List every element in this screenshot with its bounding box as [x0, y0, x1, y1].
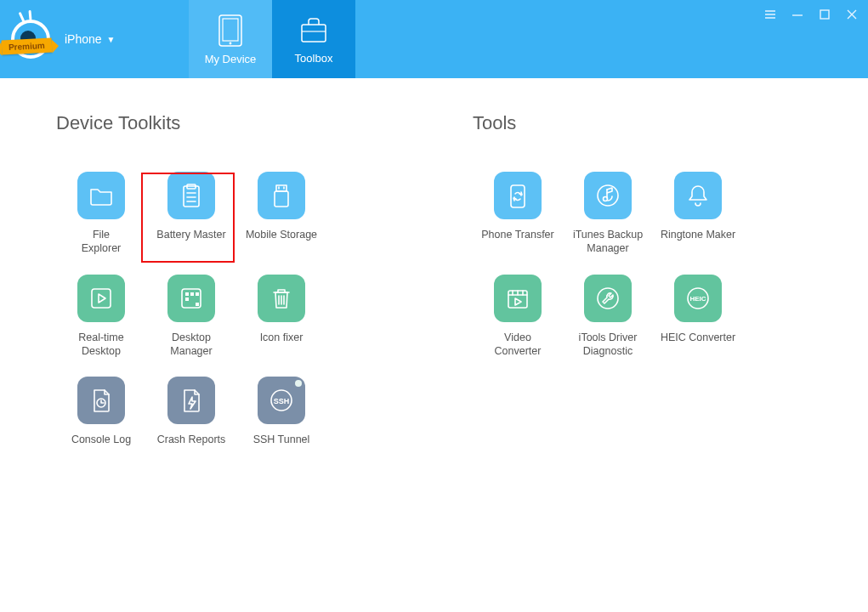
- toolkit-item-icon-fixer[interactable]: Icon fixer: [236, 275, 326, 359]
- svg-rect-21: [185, 298, 189, 301]
- tab-label: Toolbox: [295, 52, 333, 65]
- toolkit-item-video-converter[interactable]: Video Converter: [473, 275, 563, 359]
- item-label: Real-time Desktop: [78, 331, 124, 359]
- device-selector[interactable]: iPhone ▼: [65, 32, 116, 46]
- doc-clock-icon: [77, 377, 125, 424]
- chevron-down-icon: ▼: [107, 35, 116, 44]
- svg-rect-19: [185, 292, 189, 296]
- item-label: Crash Reports: [157, 433, 226, 460]
- maximize-button[interactable]: [815, 5, 834, 24]
- item-label: Phone Transfer: [481, 228, 553, 255]
- toolkit-item-desktop-manager[interactable]: Desktop Manager: [146, 275, 236, 359]
- trash-icon: [258, 275, 305, 322]
- item-label: Console Log: [71, 433, 131, 460]
- doc-bolt-icon: [167, 377, 215, 424]
- maximize-icon: [819, 8, 831, 20]
- svg-rect-3: [302, 25, 326, 42]
- music-sync-icon: [584, 172, 632, 219]
- svg-text:SSH: SSH: [274, 397, 290, 405]
- content-area: Device Toolkits File ExplorerBattery Mas…: [0, 78, 868, 460]
- toolkit-item-real-time-desktop[interactable]: Real-time Desktop: [56, 275, 146, 359]
- device-label: iPhone: [65, 32, 102, 46]
- brand-area: Premium iPhone ▼: [0, 0, 189, 78]
- svg-rect-12: [276, 185, 286, 191]
- toolbox-icon: [297, 14, 331, 47]
- svg-marker-17: [99, 294, 105, 303]
- grid-icon: [167, 275, 215, 322]
- menu-icon: [764, 8, 776, 20]
- svg-rect-16: [92, 289, 111, 308]
- tab-my-device[interactable]: My Device: [189, 0, 272, 78]
- section-device-toolkits: Device Toolkits File ExplorerBattery Mas…: [56, 112, 326, 460]
- item-label: Desktop Manager: [170, 331, 212, 359]
- toolkit-item-battery-master[interactable]: Battery Master: [146, 172, 236, 256]
- close-icon: [846, 8, 858, 20]
- item-label: Ringtone Maker: [661, 228, 735, 255]
- grid-spacer: [743, 172, 833, 256]
- wrench-icon: [584, 275, 632, 322]
- folder-icon: [77, 172, 125, 219]
- item-label: HEIC Converter: [661, 331, 735, 358]
- svg-rect-31: [511, 185, 525, 207]
- usb-drive-icon: [258, 172, 305, 219]
- toolkit-item-itunes-backup-manager[interactable]: iTunes Backup Manager: [563, 172, 653, 256]
- phone-sync-icon: [494, 172, 542, 219]
- section-title: Device Toolkits: [56, 112, 326, 134]
- film-icon: [494, 275, 542, 322]
- play-icon: [77, 275, 125, 322]
- clipboard-icon: [167, 172, 215, 219]
- heic-icon: HEIC: [674, 275, 722, 322]
- svg-point-40: [598, 288, 618, 309]
- svg-rect-22: [196, 292, 199, 296]
- svg-rect-1: [223, 19, 238, 41]
- window-controls: [761, 5, 861, 24]
- app-header: Premium iPhone ▼ My Device Toolbox: [0, 0, 868, 78]
- svg-point-33: [604, 197, 608, 201]
- item-label: Mobile Storage: [246, 228, 317, 255]
- close-button[interactable]: [842, 5, 861, 24]
- item-label: File Explorer: [82, 228, 122, 256]
- item-label: Video Converter: [495, 331, 542, 359]
- tab-toolbox[interactable]: Toolbox: [272, 0, 355, 78]
- toolkit-item-ringtone-maker[interactable]: Ringtone Maker: [653, 172, 743, 256]
- svg-rect-20: [190, 292, 194, 296]
- svg-marker-39: [515, 298, 521, 305]
- menu-button[interactable]: [761, 5, 780, 24]
- ssh-icon: SSH: [258, 377, 305, 424]
- tab-label: My Device: [205, 53, 257, 65]
- item-label: iTools Driver Diagnostic: [579, 331, 638, 359]
- toolkit-item-heic-converter[interactable]: HEICHEIC Converter: [653, 275, 743, 359]
- toolkit-item-ssh-tunnel[interactable]: SSHSSH Tunnel: [236, 377, 326, 460]
- toolkit-item-console-log[interactable]: Console Log: [56, 377, 146, 460]
- svg-point-2: [230, 42, 232, 44]
- toolkit-item-itools-driver-diag[interactable]: iTools Driver Diagnostic: [563, 275, 653, 359]
- svg-point-32: [598, 185, 618, 206]
- device-toolkits-grid: File ExplorerBattery MasterMobile Storag…: [56, 172, 326, 460]
- tools-grid: Phone TransferiTunes Backup ManagerRingt…: [473, 172, 833, 358]
- minimize-icon: [791, 8, 803, 20]
- item-label: Battery Master: [156, 228, 225, 255]
- bell-icon: [674, 172, 722, 219]
- item-label: Icon fixer: [260, 331, 304, 358]
- minimize-button[interactable]: [788, 5, 807, 24]
- premium-badge: Premium: [2, 37, 53, 54]
- toolkit-item-mobile-storage[interactable]: Mobile Storage: [236, 172, 326, 256]
- svg-rect-23: [196, 303, 199, 306]
- svg-text:HEIC: HEIC: [689, 295, 706, 303]
- toolkit-item-phone-transfer[interactable]: Phone Transfer: [473, 172, 563, 256]
- svg-rect-6: [820, 10, 829, 19]
- item-label: SSH Tunnel: [253, 433, 310, 460]
- tablet-icon: [216, 14, 245, 48]
- section-tools: Tools Phone TransferiTunes Backup Manage…: [473, 112, 833, 460]
- status-dot-icon: [295, 380, 302, 387]
- toolkit-item-crash-reports[interactable]: Crash Reports: [146, 377, 236, 460]
- svg-rect-13: [275, 191, 288, 207]
- section-title: Tools: [473, 112, 833, 134]
- item-label: iTunes Backup Manager: [573, 228, 643, 256]
- nav-tabs: My Device Toolbox: [189, 0, 355, 78]
- toolkit-item-file-explorer[interactable]: File Explorer: [56, 172, 146, 256]
